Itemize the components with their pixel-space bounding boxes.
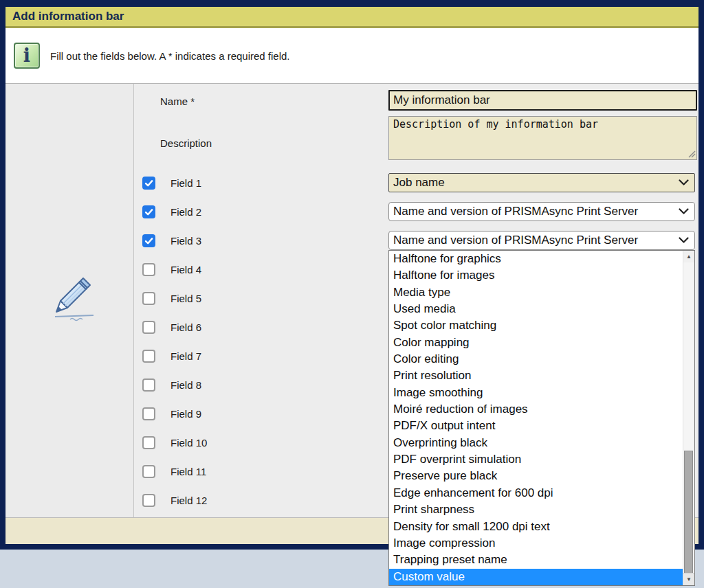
dropdown-option[interactable]: Preserve pure black [389, 468, 683, 484]
dropdown-scrollbar[interactable]: ▲ ▼ [683, 251, 694, 585]
dropdown-option[interactable]: Overprinting black [389, 435, 683, 451]
field-label: Field 6 [170, 321, 201, 333]
description-label: Description [160, 137, 212, 149]
chevron-down-icon [679, 237, 689, 244]
field-label: Field 11 [170, 466, 206, 477]
field-label: Field 5 [170, 293, 201, 304]
field2-select[interactable]: Name and version of PRISMAsync Print Ser… [388, 202, 695, 221]
dropdown-option[interactable]: Trapping preset name [389, 552, 683, 568]
field3-select-value: Name and version of PRISMAsync Print Ser… [393, 234, 679, 247]
dropdown-option[interactable]: Print sharpness [389, 501, 683, 518]
name-input[interactable] [388, 90, 697, 111]
field-checkbox-unchecked[interactable] [142, 465, 155, 478]
edit-pencil-icon [47, 268, 102, 331]
dropdown-option[interactable]: Density for small 1200 dpi text [389, 519, 683, 535]
dropdown-option[interactable]: Moiré reduction of images [389, 401, 683, 418]
field-checkbox-checked[interactable] [142, 205, 155, 218]
dropdown-option[interactable]: Edge enhancement for 600 dpi [389, 485, 683, 501]
field-label: Field 7 [170, 350, 201, 362]
field-checkbox-unchecked[interactable] [142, 292, 155, 305]
field-checkbox-unchecked[interactable] [142, 350, 155, 363]
dropdown-option[interactable]: Image compression [389, 535, 683, 552]
dropdown-option-selected[interactable]: Custom value [389, 569, 683, 585]
field-checkbox-unchecked[interactable] [142, 263, 155, 276]
dropdown-option[interactable]: Color mapping [389, 335, 683, 351]
dropdown-option[interactable]: Image smoothing [389, 385, 683, 401]
field-checkbox-checked[interactable] [142, 234, 155, 247]
checkmark-icon [144, 207, 153, 216]
chevron-down-icon [679, 179, 689, 186]
field2-select-value: Name and version of PRISMAsync Print Ser… [393, 205, 679, 218]
field-label: Field 4 [170, 264, 201, 275]
name-label: Name * [160, 95, 195, 107]
field3-dropdown-list-options: Halftone for graphicsHalftone for images… [389, 251, 683, 585]
field-label: Field 8 [170, 379, 201, 391]
scroll-up-arrow-icon[interactable]: ▲ [683, 251, 694, 262]
left-icon-panel [6, 84, 134, 517]
checkmark-icon [144, 236, 153, 245]
dropdown-option[interactable]: Color editing [389, 351, 683, 368]
dropdown-option[interactable]: PDF/X output intent [389, 418, 683, 434]
dialog-title-bar: Add information bar [6, 7, 698, 28]
checkmark-icon [144, 179, 153, 188]
field-checkbox-checked[interactable] [142, 177, 155, 190]
dropdown-option[interactable]: Media type [389, 284, 683, 301]
field-checkbox-unchecked[interactable] [142, 436, 155, 449]
field1-select[interactable]: Job name [388, 173, 695, 192]
description-field-wrap: Description of my information bar [388, 116, 697, 160]
scroll-down-arrow-icon[interactable]: ▼ [683, 573, 694, 585]
dropdown-option[interactable]: PDF overprint simulation [389, 451, 683, 468]
field-label: Field 2 [170, 206, 201, 218]
field3-dropdown-list: Halftone for graphicsHalftone for images… [388, 250, 695, 586]
field-label: Field 10 [170, 437, 207, 449]
field-label: Field 9 [170, 408, 201, 420]
dropdown-option[interactable]: Used media [389, 301, 683, 317]
field-checkbox-unchecked[interactable] [142, 494, 155, 507]
info-bar: i Fill out the fields below. A * indicat… [6, 28, 698, 84]
field-label: Field 12 [170, 495, 207, 506]
field-checkbox-unchecked[interactable] [142, 321, 155, 334]
field-checkbox-unchecked[interactable] [142, 407, 155, 420]
field-checkbox-unchecked[interactable] [142, 378, 155, 392]
info-icon: i [14, 43, 40, 69]
description-input[interactable]: Description of my information bar [388, 116, 697, 160]
dropdown-option[interactable]: Spot color matching [389, 317, 683, 334]
field3-select[interactable]: Name and version of PRISMAsync Print Ser… [388, 231, 695, 250]
dropdown-option[interactable]: Halftone for graphics [389, 251, 683, 267]
field-label: Field 3 [170, 235, 201, 247]
dialog-title: Add information bar [12, 10, 124, 23]
dropdown-option[interactable]: Print resolution [389, 368, 683, 384]
info-message: Fill out the fields below. A * indicates… [50, 50, 290, 62]
field-label: Field 1 [170, 177, 201, 189]
chevron-down-icon [679, 208, 689, 215]
scrollbar-thumb[interactable] [684, 451, 693, 575]
dropdown-option[interactable]: Halftone for images [389, 267, 683, 284]
field1-select-value: Job name [393, 176, 679, 190]
